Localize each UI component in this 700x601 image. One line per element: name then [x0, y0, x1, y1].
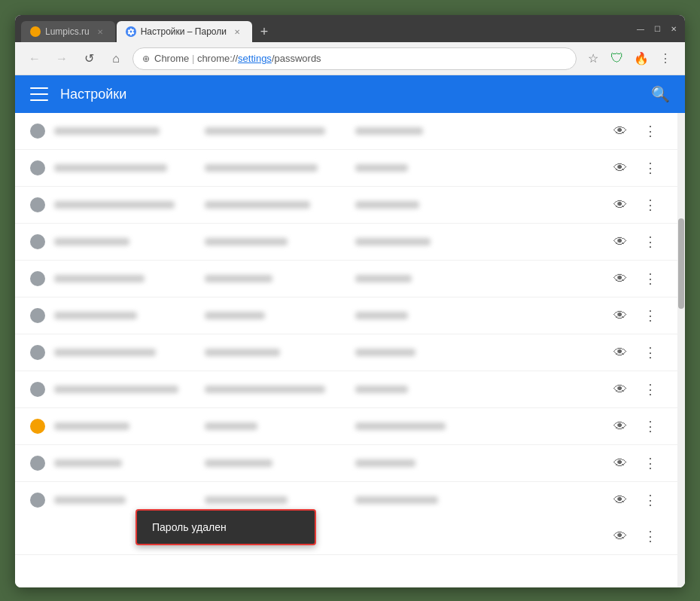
user-col — [205, 275, 355, 282]
eye-icon[interactable]: 👁 — [608, 193, 632, 217]
row-actions: 👁 ⋮ — [608, 230, 662, 254]
eye-icon[interactable]: 👁 — [608, 377, 632, 401]
settings-title: Настройки — [60, 87, 651, 102]
more-icon[interactable]: ⋮ — [638, 524, 662, 548]
url-passwords: /passwords — [272, 53, 321, 64]
url-text: Chrome | chrome://settings/passwords — [154, 53, 567, 64]
shield-button[interactable]: 🛡 — [607, 48, 628, 69]
site-col — [54, 349, 205, 356]
site-col — [54, 201, 205, 209]
settings-search-button[interactable]: 🔍 — [651, 85, 670, 103]
tab-settings-close[interactable]: ✕ — [231, 26, 243, 38]
eye-icon[interactable]: 👁 — [608, 414, 632, 438]
forward-button[interactable]: → — [51, 48, 72, 69]
user-col — [205, 312, 355, 319]
row-actions: 👁 ⋮ — [608, 340, 662, 365]
maximize-button[interactable]: ☐ — [652, 23, 662, 34]
settings-header: Настройки 🔍 — [15, 75, 685, 113]
tab-lumpics-close[interactable]: ✕ — [94, 26, 106, 38]
row-actions: 👁 ⋮ — [608, 267, 662, 291]
password-rows: 👁 ⋮ 👁 ⋮ — [15, 113, 677, 518]
user-col — [205, 164, 355, 172]
pass-col — [355, 164, 608, 172]
site-favicon — [30, 271, 45, 286]
site-favicon — [30, 308, 45, 323]
row-actions: 👁 ⋮ — [608, 304, 662, 328]
tab-settings-label: Настройки – Пароли — [141, 26, 227, 37]
back-button[interactable]: ← — [24, 48, 45, 69]
browser-menu-button[interactable]: ⋮ — [655, 48, 676, 69]
site-col — [54, 238, 205, 246]
eye-icon[interactable]: 👁 — [608, 304, 632, 328]
new-tab-button[interactable]: + — [254, 21, 275, 42]
row-actions: 👁 ⋮ — [608, 156, 662, 180]
snackbar: Пароль удален — [135, 509, 316, 545]
address-actions: ☆ 🛡 🔥 ⋮ — [583, 48, 676, 69]
pass-col — [355, 201, 608, 209]
password-list: 👁 ⋮ 👁 ⋮ — [15, 113, 677, 587]
site-col — [54, 386, 205, 393]
scrollbar-thumb[interactable] — [678, 218, 684, 309]
scrollbar-track — [677, 113, 685, 587]
tab-lumpics[interactable]: Lumpics.ru ✕ — [21, 21, 115, 42]
table-row: 👁 ⋮ — [15, 113, 677, 150]
table-row: 👁 ⋮ — [15, 224, 677, 261]
window-controls: — ☐ ✕ — [635, 23, 679, 34]
bookmark-button[interactable]: ☆ — [583, 48, 604, 69]
more-icon[interactable]: ⋮ — [638, 304, 662, 328]
site-favicon — [30, 419, 45, 434]
eye-icon[interactable]: 👁 — [608, 524, 632, 548]
address-bar: ← → ↺ ⌂ ⊕ Chrome | chrome://settings/pas… — [15, 42, 685, 75]
home-button[interactable]: ⌂ — [105, 48, 126, 69]
more-icon[interactable]: ⋮ — [638, 451, 662, 475]
eye-icon[interactable]: 👁 — [608, 156, 632, 180]
more-icon[interactable]: ⋮ — [638, 267, 662, 291]
user-col — [205, 496, 355, 504]
minimize-button[interactable]: — — [635, 23, 646, 34]
pass-col — [355, 127, 608, 135]
site-favicon — [30, 456, 45, 471]
more-icon[interactable]: ⋮ — [638, 377, 662, 401]
more-icon[interactable]: ⋮ — [638, 193, 662, 217]
tab-settings[interactable]: Настройки – Пароли ✕ — [117, 21, 252, 42]
eye-icon[interactable]: 👁 — [608, 230, 632, 254]
user-col — [205, 349, 355, 356]
more-icon[interactable]: ⋮ — [638, 414, 662, 438]
row-actions: 👁 ⋮ — [608, 488, 662, 512]
hamburger-menu[interactable] — [30, 87, 48, 101]
site-favicon — [30, 124, 45, 139]
title-bar: Lumpics.ru ✕ Настройки – Пароли ✕ + — ☐ … — [15, 15, 685, 42]
tab-lumpics-label: Lumpics.ru — [45, 26, 90, 37]
table-row: 👁 ⋮ — [15, 187, 677, 224]
table-row: 👁 ⋮ — [15, 445, 677, 482]
user-col — [205, 423, 355, 430]
url-bar[interactable]: ⊕ Chrome | chrome://settings/passwords — [132, 47, 577, 70]
site-favicon — [30, 493, 45, 508]
tabs-area: Lumpics.ru ✕ Настройки – Пароли ✕ + — [21, 15, 629, 42]
reload-button[interactable]: ↺ — [78, 48, 99, 69]
more-icon[interactable]: ⋮ — [638, 156, 662, 180]
eye-icon[interactable]: 👁 — [608, 119, 632, 143]
more-icon[interactable]: ⋮ — [638, 119, 662, 143]
url-separator: | — [192, 53, 197, 64]
row-actions: 👁 ⋮ — [608, 524, 662, 548]
eye-icon[interactable]: 👁 — [608, 340, 632, 365]
pass-col — [355, 459, 608, 467]
more-icon[interactable]: ⋮ — [638, 340, 662, 365]
more-icon[interactable]: ⋮ — [638, 488, 662, 512]
site-col — [54, 164, 205, 172]
user-col — [205, 201, 355, 209]
fire-button[interactable]: 🔥 — [631, 48, 652, 69]
site-favicon — [30, 382, 45, 397]
site-col — [54, 459, 205, 467]
more-icon[interactable]: ⋮ — [638, 230, 662, 254]
eye-icon[interactable]: 👁 — [608, 451, 632, 475]
eye-icon[interactable]: 👁 — [608, 267, 632, 291]
eye-icon[interactable]: 👁 — [608, 488, 632, 512]
lumpics-favicon — [30, 26, 41, 37]
snackbar-message: Пароль удален — [152, 521, 227, 533]
user-col — [205, 127, 355, 135]
close-button[interactable]: ✕ — [668, 23, 679, 34]
site-favicon — [30, 345, 45, 360]
table-row: 👁 ⋮ — [15, 371, 677, 408]
